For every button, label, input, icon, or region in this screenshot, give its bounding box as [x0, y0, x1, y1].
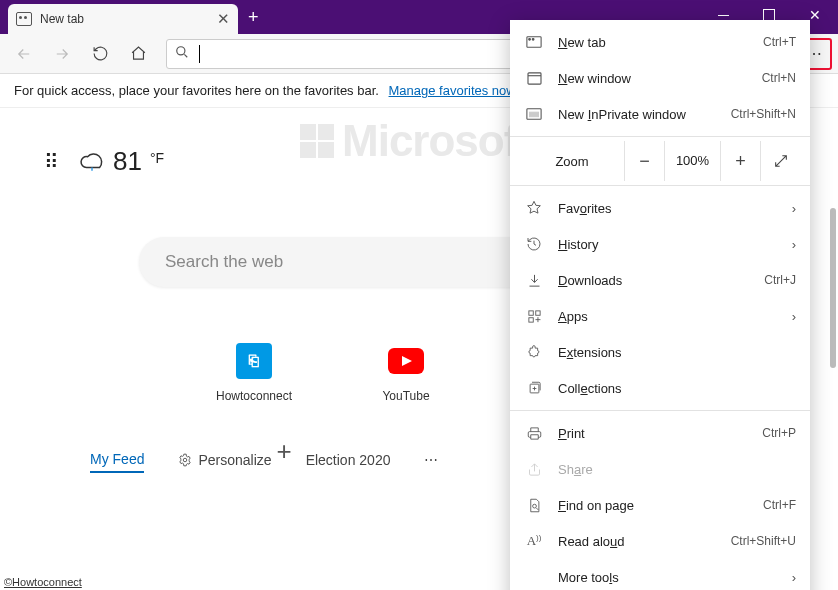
- menu-new-window[interactable]: New window Ctrl+N: [510, 60, 810, 96]
- svg-point-14: [532, 504, 536, 508]
- site-howtoconnect[interactable]: ⎗ Howtoconnect: [210, 343, 298, 403]
- forward-button[interactable]: [44, 38, 80, 70]
- tab-personalize[interactable]: Personalize: [178, 452, 271, 472]
- tab-my-feed[interactable]: My Feed: [90, 451, 144, 473]
- menu-more-tools[interactable]: More tools ›: [510, 559, 810, 590]
- svg-rect-11: [535, 310, 539, 314]
- svg-point-2: [184, 458, 188, 462]
- manage-favorites-link[interactable]: Manage favorites now: [389, 83, 516, 98]
- svg-point-0: [177, 47, 185, 55]
- zoom-level: 100%: [664, 141, 720, 181]
- window-icon: [524, 72, 544, 85]
- menu-extensions[interactable]: Extensions: [510, 334, 810, 370]
- apps-icon: [524, 309, 544, 324]
- tab-more[interactable]: ⋯: [424, 452, 438, 472]
- gear-icon: [178, 453, 192, 467]
- menu-zoom: Zoom − 100% +: [510, 141, 810, 181]
- menu-apps[interactable]: Apps ›: [510, 298, 810, 334]
- weather-widget[interactable]: 81 °F: [79, 146, 164, 177]
- history-icon: [524, 236, 544, 252]
- search-placeholder: Search the web: [165, 252, 283, 272]
- svg-rect-9: [530, 112, 539, 116]
- more-menu: New tab Ctrl+T New window Ctrl+N New InP…: [510, 20, 810, 590]
- zoom-in-button[interactable]: +: [720, 141, 760, 181]
- credit: ©Howtoconnect: [4, 576, 82, 588]
- close-tab-icon[interactable]: ✕: [217, 10, 230, 28]
- chevron-right-icon: ›: [792, 309, 796, 324]
- zoom-out-button[interactable]: −: [624, 141, 664, 181]
- share-icon: [524, 462, 544, 477]
- chevron-right-icon: ›: [792, 201, 796, 216]
- browser-tab[interactable]: New tab ✕: [8, 4, 238, 34]
- weather-temp: 81: [113, 146, 142, 177]
- tab-title: New tab: [40, 12, 217, 26]
- inprivate-icon: [524, 107, 544, 121]
- menu-favorites[interactable]: Favorites ›: [510, 190, 810, 226]
- microsoft-watermark: Microsoft: [300, 116, 531, 166]
- collections-icon: [524, 381, 544, 396]
- newtab-icon: [16, 12, 32, 26]
- microsoft-logo-icon: [300, 124, 334, 158]
- svg-rect-12: [528, 317, 532, 321]
- tab-election[interactable]: Election 2020: [306, 452, 391, 472]
- site-youtube[interactable]: YouTube: [362, 343, 450, 403]
- menu-find[interactable]: Find on page Ctrl+F: [510, 487, 810, 523]
- back-button[interactable]: [6, 38, 42, 70]
- downloads-icon: [524, 273, 544, 288]
- weather-icon: [79, 149, 105, 175]
- svg-point-4: [529, 38, 531, 40]
- favbar-text: For quick access, place your favorites h…: [14, 83, 379, 98]
- star-icon: [524, 200, 544, 216]
- quick-links-icon[interactable]: ⠿: [44, 150, 61, 174]
- menu-new-inprivate[interactable]: New InPrivate window Ctrl+Shift+N: [510, 96, 810, 132]
- scrollbar[interactable]: [830, 76, 836, 584]
- weather-unit: °F: [150, 150, 164, 166]
- menu-share: Share: [510, 451, 810, 487]
- home-button[interactable]: [120, 38, 156, 70]
- menu-new-tab[interactable]: New tab Ctrl+T: [510, 24, 810, 60]
- find-icon: [524, 498, 544, 513]
- feed-tabs: My Feed Personalize Election 2020 ⋯: [90, 451, 438, 473]
- read-aloud-icon: A)): [524, 533, 544, 549]
- print-icon: [524, 426, 544, 441]
- menu-history[interactable]: History ›: [510, 226, 810, 262]
- newtab-icon: [524, 35, 544, 49]
- scroll-thumb[interactable]: [830, 208, 836, 368]
- site-icon: ⎗: [236, 343, 272, 379]
- youtube-icon: [388, 343, 424, 379]
- add-tab-button[interactable]: +: [248, 7, 259, 28]
- fullscreen-button[interactable]: [760, 141, 800, 181]
- svg-point-5: [532, 38, 534, 40]
- menu-downloads[interactable]: Downloads Ctrl+J: [510, 262, 810, 298]
- menu-print[interactable]: Print Ctrl+P: [510, 415, 810, 451]
- chevron-right-icon: ›: [792, 570, 796, 585]
- svg-rect-10: [528, 310, 532, 314]
- chevron-right-icon: ›: [792, 237, 796, 252]
- menu-read-aloud[interactable]: A)) Read aloud Ctrl+Shift+U: [510, 523, 810, 559]
- svg-rect-6: [528, 72, 541, 83]
- refresh-button[interactable]: [82, 38, 118, 70]
- search-icon: [175, 45, 189, 62]
- extensions-icon: [524, 345, 544, 360]
- menu-collections[interactable]: Collections: [510, 370, 810, 406]
